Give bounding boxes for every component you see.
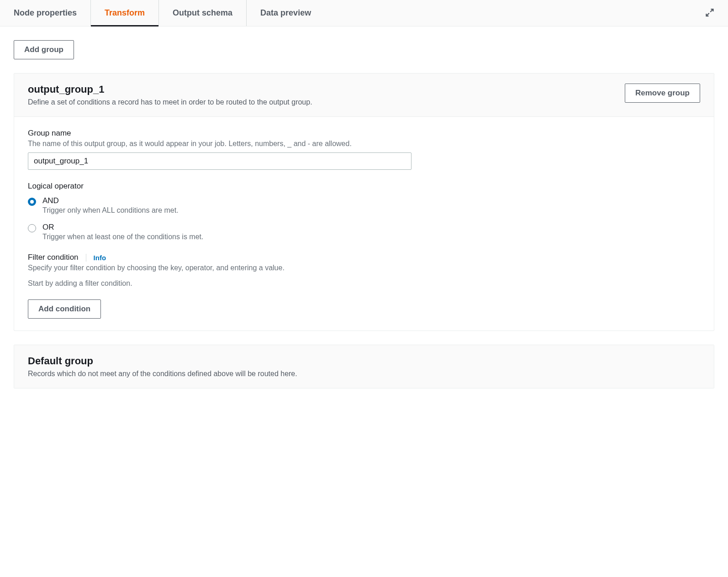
tabs-bar: Node properties Transform Output schema … [0,0,728,26]
info-link[interactable]: Info [86,254,106,262]
filter-condition-label: Filter condition [28,253,79,262]
radio-or-content: OR Trigger when at least one of the cond… [42,223,203,241]
default-group-description: Records which do not meet any of the con… [28,370,297,378]
radio-and[interactable]: AND Trigger only when ALL conditions are… [28,196,700,215]
output-group-title: output_group_1 [28,84,312,95]
output-group-header-text: output_group_1 Define a set of condition… [28,84,312,106]
output-group-panel-body: Group name The name of this output group… [14,117,714,330]
add-condition-button[interactable]: Add condition [28,299,101,319]
radio-and-content: AND Trigger only when ALL conditions are… [42,196,179,215]
expand-icon[interactable] [705,8,714,18]
group-name-field: Group name The name of this output group… [28,129,700,170]
tab-node-properties[interactable]: Node properties [14,0,91,26]
content-area: Add group output_group_1 Define a set of… [0,26,728,402]
tab-output-schema[interactable]: Output schema [159,0,247,26]
default-group-panel: Default group Records which do not meet … [14,345,714,388]
radio-or[interactable]: OR Trigger when at least one of the cond… [28,223,700,241]
tab-data-preview[interactable]: Data preview [247,0,325,26]
radio-or-desc: Trigger when at least one of the conditi… [42,233,203,241]
default-group-header: Default group Records which do not meet … [14,345,714,388]
default-group-header-text: Default group Records which do not meet … [28,355,297,378]
radio-and-circle [28,198,36,206]
filter-condition-field: Filter condition Info Specify your filte… [28,253,700,272]
output-group-panel-header: output_group_1 Define a set of condition… [14,73,714,117]
radio-or-circle [28,224,36,232]
filter-condition-hint: Specify your filter condition by choosin… [28,264,700,272]
output-group-panel: output_group_1 Define a set of condition… [14,73,714,331]
add-group-button[interactable]: Add group [14,40,74,59]
output-group-description: Define a set of conditions a record has … [28,98,312,106]
filter-start-text: Start by adding a filter condition. [28,279,700,288]
group-name-hint: The name of this output group, as it wou… [28,140,700,148]
filter-condition-label-row: Filter condition Info [28,253,700,262]
radio-and-desc: Trigger only when ALL conditions are met… [42,206,179,215]
radio-and-title: AND [42,196,179,205]
group-name-input[interactable] [28,152,411,170]
logical-operator-field: Logical operator AND Trigger only when A… [28,182,700,241]
radio-or-title: OR [42,223,203,232]
group-name-label: Group name [28,129,700,138]
default-group-title: Default group [28,355,297,367]
remove-group-button[interactable]: Remove group [625,84,700,103]
tab-transform[interactable]: Transform [91,0,159,26]
logical-operator-label: Logical operator [28,182,700,191]
